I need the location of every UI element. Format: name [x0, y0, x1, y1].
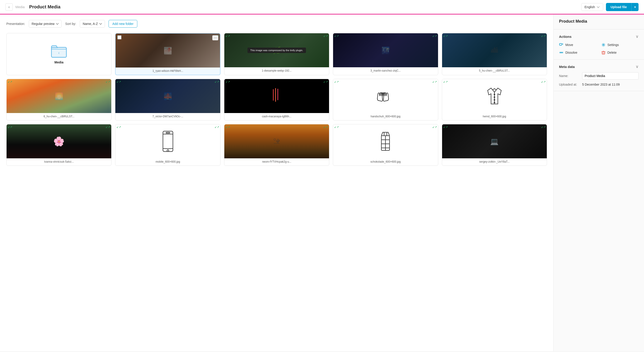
svg-point-24	[560, 52, 560, 53]
svg-point-26	[562, 52, 563, 53]
media-item-name: ivanna-vinnicsuk-5alvz...	[6, 158, 111, 166]
move-action[interactable]: Move	[559, 42, 597, 47]
upload-file-button[interactable]: Upload file	[606, 3, 631, 11]
breadcrumb: Media	[16, 5, 25, 9]
media-item[interactable]: ↙↗ ↙↗ 💻 sergey-zolkin-_UeY8aT...	[442, 124, 547, 166]
actions-label: Actions	[559, 35, 572, 38]
upload-dropdown-button[interactable]: ▾	[631, 3, 638, 11]
actions-grid: Move Settings	[559, 42, 638, 55]
media-item-checkbox[interactable]	[118, 35, 122, 39]
page-title: Product Media	[29, 4, 60, 9]
dissolve-action[interactable]: Dissolve	[559, 50, 597, 55]
metadata-section: Meta data ∨ Name: Uploaded at: 5 Decembe…	[554, 59, 644, 91]
tooltip: This image was compressed by the tinify …	[248, 47, 306, 53]
meta-label: Meta data	[559, 65, 575, 69]
media-item-name: 3_martin-sanchez-ziqC...	[333, 67, 438, 74]
expand-arrows-tr: ↙↗	[432, 80, 437, 83]
delete-action[interactable]: Delete	[601, 50, 639, 55]
media-item-name: mobile_600×600.jpg	[115, 158, 220, 166]
expand-arrows-tl: ↙↗	[116, 125, 121, 129]
presentation-value: Regular preview	[32, 22, 54, 25]
expand-arrows-tl: ↙↗	[443, 80, 448, 83]
media-item-name: schokolade_600×600.jpg	[333, 158, 438, 166]
uploaded-meta-row: Uploaded at: 5 December 2023 at 11:09	[559, 83, 638, 86]
media-item[interactable]: ↙↗ ↙↗ 🌸 ivanna-vinnicsuk-5alvz...	[6, 124, 112, 166]
name-meta-input[interactable]	[582, 72, 638, 79]
media-item[interactable]: ↙↗ ↙↗ 🌁 ··· 1_ryan-wilson-HkF6feH...	[115, 33, 220, 75]
delete-label: Delete	[608, 51, 616, 54]
media-item[interactable]: ↙↗ ↙↗ 🌿 This image was compressed by the…	[224, 33, 329, 75]
media-item-menu-button[interactable]: ···	[212, 35, 218, 40]
expand-arrows-tr: ↙↗	[541, 80, 546, 83]
app-header: ‹ Media Product Media English Upload fil…	[0, 0, 644, 14]
panel-title-section: Product Media	[554, 14, 644, 29]
move-label: Move	[565, 43, 573, 47]
svg-rect-22	[560, 43, 562, 45]
delete-icon	[601, 50, 606, 55]
presentation-chevron-icon	[56, 22, 59, 25]
panel-title: Product Media	[559, 19, 638, 24]
svg-rect-14	[166, 132, 170, 133]
media-item-name: 6_hu-chen-__cBlRzLST...	[6, 113, 111, 120]
settings-action[interactable]: Settings	[601, 42, 639, 47]
toolbar: Presentation: Regular preview Sort by: N…	[6, 20, 547, 28]
settings-icon	[601, 42, 606, 47]
media-item-name: 7_victor-DM7anCVliOc-...	[115, 113, 220, 120]
media-item[interactable]: ↙↗ ↙↗ cash-macanaya-IgB6h...	[224, 79, 329, 120]
sort-select[interactable]: Name, A-Z	[80, 20, 105, 28]
media-item-name: hemd_600×600.jpg	[442, 113, 547, 120]
expand-arrows-tl: ↙↗	[334, 80, 339, 83]
dissolve-icon	[559, 50, 564, 55]
sort-chevron-icon	[99, 22, 102, 25]
media-item-name: handschuh_600×600.jpg	[333, 113, 438, 120]
media-item[interactable]: ↙↗ ↙↗ handschuh_600×600.jpg	[333, 79, 438, 120]
media-item-name: sergey-zolkin-_UeY8aT...	[442, 158, 547, 166]
svg-point-9	[494, 102, 495, 103]
add-new-folder-button[interactable]: Add new folder	[108, 20, 137, 28]
svg-point-13	[167, 150, 169, 152]
sort-value: Name, A-Z	[83, 22, 98, 25]
media-item[interactable]: ↙↗ ↙↗ 🌃 3_martin-sanchez-ziqC...	[333, 33, 438, 75]
meta-header[interactable]: Meta data ∨	[559, 64, 638, 69]
folder-icon: ‹	[51, 44, 67, 58]
chocolate-icon	[379, 131, 392, 152]
svg-point-7	[494, 97, 495, 98]
language-label: English	[585, 5, 595, 9]
neon-figure-illustration	[270, 87, 284, 105]
upload-button-group: Upload file ▾	[606, 3, 638, 11]
actions-header[interactable]: Actions ∨	[559, 34, 638, 39]
media-item[interactable]: ↙↗ ↙↗ 🏜 neom-fYTVHcpak2g-u...	[224, 124, 329, 166]
actions-chevron-icon: ∨	[636, 34, 638, 39]
media-item[interactable]: ↙↗ ↙↗ 🏙 5_hu-chen-__cBlRzLST...	[442, 33, 547, 75]
dissolve-label: Dissolve	[565, 51, 578, 54]
phone-icon	[161, 130, 175, 153]
svg-rect-29	[602, 52, 605, 54]
meta-chevron-icon: ∨	[636, 64, 638, 69]
sort-label: Sort by:	[65, 22, 76, 25]
media-item[interactable]: ↙↗ ↙↗ mobile_600×600.jpg	[115, 124, 220, 166]
settings-label: Settings	[608, 43, 619, 47]
media-item-name: neom-fYTVHcpak2g-u...	[224, 158, 329, 166]
media-item-name: 1-dwsample-webp-192...	[224, 67, 329, 74]
language-selector[interactable]: English	[581, 3, 604, 11]
svg-point-23	[603, 44, 604, 45]
svg-point-8	[494, 99, 495, 100]
folder-item[interactable]: ‹ Media	[6, 33, 112, 75]
presentation-label: Presentation:	[6, 22, 25, 25]
chevron-down-icon	[597, 5, 600, 8]
actions-section: Actions ∨ Move Settings	[554, 29, 644, 59]
move-icon	[559, 42, 564, 47]
media-grid: ‹ Media ↙↗ ↙↗ 🌁 ··· 1_ryan-wilson-HkF	[6, 33, 547, 166]
media-item[interactable]: ↙↗ ↙↗ schokolade_600×600.jpg	[333, 124, 438, 166]
expand-arrows-tr: ↙↗	[432, 125, 437, 129]
media-item[interactable]: ↙↗ ↙↗ 🌉 7_victor-DM7anCVliOc-...	[115, 79, 220, 120]
main-layout: Presentation: Regular preview Sort by: N…	[0, 14, 644, 351]
name-meta-row: Name:	[559, 72, 638, 79]
gloves-icon	[375, 88, 396, 104]
media-item[interactable]: ↙↗ ↙↗ 🌅 6_hu-chen-__cBlRzLST...	[6, 79, 112, 120]
svg-point-6	[494, 94, 495, 95]
media-item[interactable]: ↙↗ ↙↗ he	[442, 79, 547, 120]
presentation-select[interactable]: Regular preview	[29, 20, 62, 28]
back-button[interactable]: ‹	[6, 3, 13, 11]
svg-point-25	[561, 52, 562, 53]
